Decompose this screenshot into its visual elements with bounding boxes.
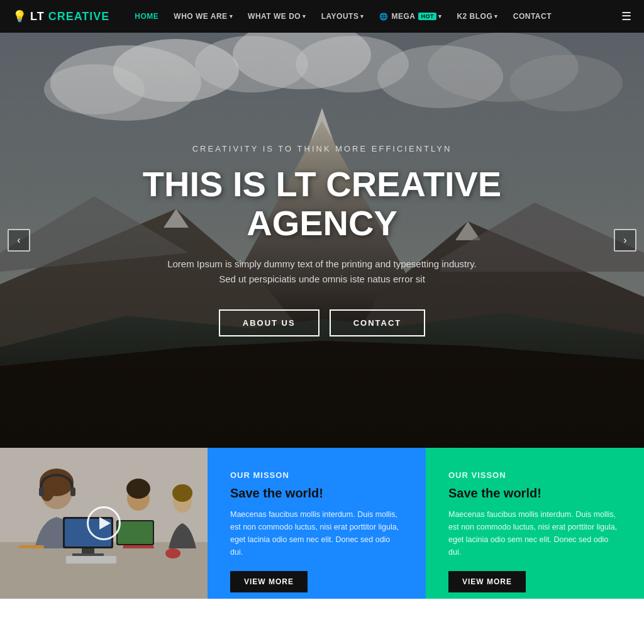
bottom-sections: OUR MISSON Save the world! Maecenas fauc… bbox=[0, 448, 644, 599]
globe-icon: 🌐 bbox=[379, 13, 389, 21]
contact-button[interactable]: CONTACT bbox=[330, 309, 426, 336]
mission-section: OUR MISSON Save the world! Maecenas fauc… bbox=[208, 448, 426, 599]
about-us-button[interactable]: ABOUT US bbox=[219, 309, 319, 336]
mission-view-more-button[interactable]: VIEW MORE bbox=[230, 571, 308, 592]
navbar: 💡 LT CREATIVE HOME WHO WE ARE ▾ WHAT WE … bbox=[0, 0, 644, 33]
vision-section: OUR VISSON Save the world! Maecenas fauc… bbox=[426, 448, 644, 599]
hot-badge: HOT bbox=[418, 13, 436, 20]
nav-item-contact[interactable]: CONTACT bbox=[507, 8, 558, 25]
chevron-down-icon: ▾ bbox=[230, 13, 233, 19]
nav-item-what-we-do[interactable]: WHAT WE DO ▾ bbox=[242, 8, 313, 25]
nav-item-mega[interactable]: 🌐 MEGA HOT ▾ bbox=[373, 8, 448, 25]
vision-text: Maecenas faucibus mollis interdum. Duis … bbox=[448, 508, 621, 558]
hero-subtitle: CREATIVITY IS TO THINK MORE EFFICIENTLYn bbox=[114, 144, 530, 153]
hero-content: CREATIVITY IS TO THINK MORE EFFICIENTLYn… bbox=[102, 144, 542, 336]
nav-item-layouts[interactable]: LAYOUTS ▾ bbox=[315, 8, 370, 25]
office-image-section bbox=[0, 448, 208, 599]
brand-icon: 💡 bbox=[13, 9, 26, 23]
hero-description: Lorem Ipsum is simply dummy text of the … bbox=[114, 257, 530, 287]
hero-prev-button[interactable]: ‹ bbox=[8, 229, 30, 252]
mission-text: Maecenas faucibus mollis interdum. Duis … bbox=[230, 508, 403, 558]
chevron-down-icon: ▾ bbox=[438, 13, 442, 19]
mission-heading: Save the world! bbox=[230, 486, 403, 501]
brand-lt: LT bbox=[30, 10, 45, 23]
play-icon bbox=[99, 517, 111, 530]
hero-title: THIS IS LT CREATIVE AGENCY bbox=[114, 165, 530, 242]
hero-buttons: ABOUT US CONTACT bbox=[114, 309, 530, 336]
hamburger-icon[interactable]: ☰ bbox=[621, 9, 631, 23]
nav-links: HOME WHO WE ARE ▾ WHAT WE DO ▾ LAYOUTS ▾… bbox=[128, 8, 621, 25]
mission-label: OUR MISSON bbox=[230, 470, 403, 480]
nav-item-home[interactable]: HOME bbox=[128, 8, 165, 25]
vision-heading: Save the world! bbox=[448, 486, 621, 501]
vision-view-more-button[interactable]: VIEW MORE bbox=[448, 571, 526, 592]
brand-logo[interactable]: 💡 LT CREATIVE bbox=[13, 9, 109, 23]
nav-item-who-we-are[interactable]: WHO WE ARE ▾ bbox=[167, 8, 239, 25]
play-button[interactable] bbox=[87, 506, 121, 540]
vision-label: OUR VISSON bbox=[448, 470, 621, 480]
chevron-down-icon: ▾ bbox=[494, 13, 498, 19]
chevron-down-icon: ▾ bbox=[360, 13, 364, 19]
hero-section: CREATIVITY IS TO THINK MORE EFFICIENTLYn… bbox=[0, 33, 644, 448]
office-bg bbox=[0, 448, 208, 599]
hero-next-button[interactable]: › bbox=[614, 229, 636, 252]
nav-item-k2-blog[interactable]: K2 BLOG ▾ bbox=[450, 8, 504, 25]
brand-creative: CREATIVE bbox=[48, 10, 110, 23]
chevron-down-icon: ▾ bbox=[303, 13, 306, 19]
